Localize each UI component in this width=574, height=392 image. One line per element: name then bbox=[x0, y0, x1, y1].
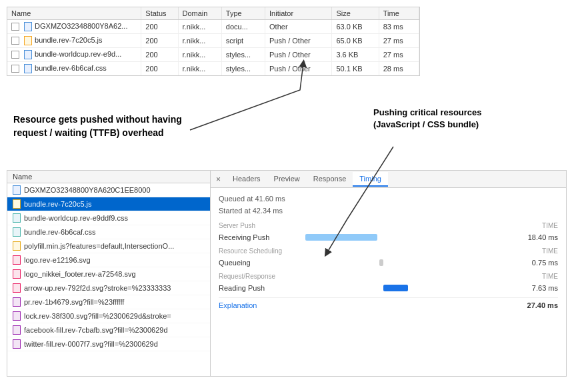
cell-name: bundle-worldcup.rev-e9d... bbox=[7, 48, 141, 62]
timing-section-label: Server Push TIME bbox=[219, 222, 558, 229]
time-header: TIME bbox=[542, 247, 558, 255]
list-item[interactable]: twitter-fill.rev-0007f7.svg?fill=%230062… bbox=[7, 337, 210, 351]
col-header-status: Status bbox=[141, 7, 178, 20]
timing-body: Queued at 41.60 ms Started at 42.34 ms S… bbox=[211, 188, 566, 315]
tab-timing[interactable]: Timing bbox=[353, 172, 388, 187]
cell-type: docu... bbox=[221, 20, 265, 34]
cell-name: bundle.rev-6b6caf.css bbox=[7, 62, 141, 76]
col-header-time: Time bbox=[379, 7, 419, 20]
list-item[interactable]: logo.rev-e12196.svg bbox=[7, 253, 210, 267]
cell-size: 63.0 KB bbox=[332, 20, 379, 34]
explanation-link[interactable]: Explanation bbox=[219, 301, 305, 309]
timing-section: Resource Scheduling TIME Queueing 0.75 m… bbox=[219, 247, 558, 269]
cell-domain: r.nikk... bbox=[178, 20, 221, 34]
cell-time: 27 ms bbox=[379, 34, 419, 48]
timing-bar-area bbox=[305, 259, 511, 267]
cell-time: 83 ms bbox=[379, 20, 419, 34]
timing-panel: × Headers Preview Response Timing Queued… bbox=[211, 171, 566, 376]
list-item[interactable]: logo_nikkei_footer.rev-a72548.svg bbox=[7, 267, 210, 281]
col-header-type: Type bbox=[221, 7, 265, 20]
list-item[interactable]: DGXMZO32348800Y8A620C1EE8000 bbox=[7, 183, 210, 197]
cell-size: 65.0 KB bbox=[332, 34, 379, 48]
cell-size: 3.6 KB bbox=[332, 48, 379, 62]
cell-type: script bbox=[221, 34, 265, 48]
timing-bar bbox=[379, 259, 383, 266]
col-header-initiator: Initiator bbox=[265, 7, 332, 20]
cell-type: styles... bbox=[221, 48, 265, 62]
timing-section-label: Resource Scheduling TIME bbox=[219, 247, 558, 255]
cell-type: styles... bbox=[221, 62, 265, 76]
timing-row-value: 0.75 ms bbox=[511, 259, 558, 267]
annotation-right: Pushing critical resources(JavaScript / … bbox=[373, 107, 507, 131]
annotation-left: Resource gets pushed without havingreque… bbox=[13, 113, 187, 139]
file-list-header: Name bbox=[7, 171, 210, 183]
timing-row: Receiving Push 18.40 ms bbox=[219, 231, 558, 243]
section-name: Resource Scheduling bbox=[219, 247, 282, 255]
timing-bar bbox=[383, 285, 408, 291]
timing-total-value: 27.40 ms bbox=[527, 301, 558, 309]
timing-section: Server Push TIME Receiving Push 18.40 ms bbox=[219, 222, 558, 243]
cell-initiator: Other bbox=[265, 20, 332, 34]
cell-domain: r.nikk... bbox=[178, 48, 221, 62]
cell-status: 200 bbox=[141, 34, 178, 48]
cell-status: 200 bbox=[141, 48, 178, 62]
list-item[interactable]: pr.rev-1b4679.svg?fill=%23ffffff bbox=[7, 295, 210, 309]
list-item[interactable]: bundle-worldcup.rev-e9ddf9.css bbox=[7, 211, 210, 225]
timing-row: Reading Push 7.63 ms bbox=[219, 282, 558, 294]
timing-row-label: Receiving Push bbox=[219, 233, 305, 241]
col-header-size: Size bbox=[332, 7, 379, 20]
cell-initiator: Push / Other bbox=[265, 34, 332, 48]
timing-section: Request/Response TIME Reading Push 7.63 … bbox=[219, 273, 558, 294]
cell-domain: r.nikk... bbox=[178, 62, 221, 76]
col-header-name: Name bbox=[7, 7, 141, 20]
close-tab-button[interactable]: × bbox=[216, 175, 221, 184]
cell-name: bundle.rev-7c20c5.js bbox=[7, 34, 141, 48]
timing-row-value: 18.40 ms bbox=[511, 233, 558, 241]
list-item[interactable]: polyfill.min.js?features=default,Interse… bbox=[7, 239, 210, 253]
timing-tabs: × Headers Preview Response Timing bbox=[211, 171, 566, 188]
queued-text: Queued at 41.60 ms bbox=[219, 193, 558, 205]
cell-initiator: Push / Other bbox=[265, 62, 332, 76]
tab-headers[interactable]: Headers bbox=[226, 172, 267, 187]
list-item[interactable]: facebook-fill.rev-7cbafb.svg?fill=%23006… bbox=[7, 323, 210, 337]
list-item[interactable]: lock.rev-38f300.svg?fill=%2300629d&strok… bbox=[7, 309, 210, 323]
col-header-domain: Domain bbox=[178, 7, 221, 20]
time-header: TIME bbox=[542, 222, 558, 229]
bottom-section: Name DGXMZO32348800Y8A620C1EE8000bundle.… bbox=[7, 170, 567, 377]
timing-section-label: Request/Response TIME bbox=[219, 273, 558, 280]
timing-row: Queueing 0.75 ms bbox=[219, 257, 558, 269]
timing-bar-area bbox=[305, 284, 511, 292]
cell-name: DGXMZO32348800Y8A62... bbox=[7, 20, 141, 34]
table-row[interactable]: DGXMZO32348800Y8A62... 200 r.nikk... doc… bbox=[7, 20, 419, 34]
time-header: TIME bbox=[542, 273, 558, 280]
section-name: Server Push bbox=[219, 222, 255, 229]
cell-time: 28 ms bbox=[379, 62, 419, 76]
cell-time: 27 ms bbox=[379, 48, 419, 62]
tab-preview[interactable]: Preview bbox=[267, 172, 307, 187]
tab-response[interactable]: Response bbox=[307, 172, 353, 187]
top-network-table: Name Status Domain Type Initiator Size T… bbox=[7, 7, 420, 76]
table-row[interactable]: bundle.rev-7c20c5.js 200 r.nikk... scrip… bbox=[7, 34, 419, 48]
cell-status: 200 bbox=[141, 20, 178, 34]
list-item[interactable]: bundle.rev-6b6caf.css bbox=[7, 225, 210, 239]
list-item[interactable]: bundle.rev-7c20c5.js bbox=[7, 197, 210, 211]
cell-size: 50.1 KB bbox=[332, 62, 379, 76]
started-text: Started at 42.34 ms bbox=[219, 205, 558, 217]
timing-bar bbox=[305, 234, 377, 241]
cell-initiator: Push / Other bbox=[265, 48, 332, 62]
section-name: Request/Response bbox=[219, 273, 275, 280]
table-row[interactable]: bundle-worldcup.rev-e9d... 200 r.nikk...… bbox=[7, 48, 419, 62]
timing-row-value: 7.63 ms bbox=[511, 284, 558, 292]
timing-row-label: Reading Push bbox=[219, 284, 305, 292]
timing-bar-area bbox=[305, 233, 511, 241]
table-row[interactable]: bundle.rev-6b6caf.css 200 r.nikk... styl… bbox=[7, 62, 419, 76]
timing-total-row: Explanation 27.40 ms bbox=[219, 297, 558, 309]
cell-status: 200 bbox=[141, 62, 178, 76]
timing-meta: Queued at 41.60 ms Started at 42.34 ms bbox=[219, 193, 558, 217]
file-list-panel: Name DGXMZO32348800Y8A620C1EE8000bundle.… bbox=[7, 171, 211, 376]
list-item[interactable]: arrow-up.rev-792f2d.svg?stroke=%23333333 bbox=[7, 281, 210, 295]
cell-domain: r.nikk... bbox=[178, 34, 221, 48]
timing-row-label: Queueing bbox=[219, 259, 305, 267]
